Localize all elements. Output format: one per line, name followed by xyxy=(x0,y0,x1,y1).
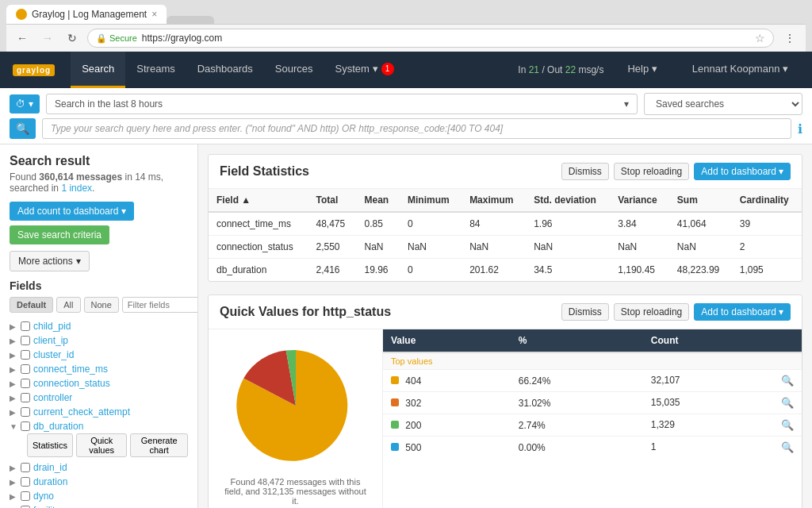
cell-count: 1,329 🔍 xyxy=(643,414,802,437)
field-link[interactable]: cluster_id xyxy=(33,349,74,360)
saved-searches-select[interactable]: Saved searches xyxy=(644,93,802,115)
nav-streams[interactable]: Streams xyxy=(125,52,186,88)
row-search-icon[interactable]: 🔍 xyxy=(781,441,794,453)
quick-values-btn[interactable]: Quick values xyxy=(76,433,127,457)
field-item-connection-status[interactable]: ▶ connection_status xyxy=(10,376,188,391)
field-item-cluster-id[interactable]: ▶ cluster_id xyxy=(10,348,188,362)
stop-reloading-button[interactable]: Stop reloading xyxy=(614,163,689,180)
search-range-input[interactable]: Search in the last 8 hours ▾ xyxy=(46,94,638,114)
field-link[interactable]: drain_id xyxy=(33,462,67,473)
qv-stop-reloading-button[interactable]: Stop reloading xyxy=(614,303,689,321)
qv-table-header: Value % Count xyxy=(383,329,802,352)
statistics-btn[interactable]: Statistics xyxy=(27,433,73,457)
search-execute-button[interactable]: 🔍 xyxy=(10,118,36,139)
widget-header: Field Statistics Dismiss Stop reloading … xyxy=(209,155,802,189)
nav-system[interactable]: System ▾ 1 xyxy=(324,52,405,88)
qv-dismiss-button[interactable]: Dismiss xyxy=(561,303,609,321)
filter-none-btn[interactable]: None xyxy=(84,297,119,313)
field-checkbox[interactable] xyxy=(21,393,30,402)
nav-dashboards[interactable]: Dashboards xyxy=(186,52,264,88)
add-count-button[interactable]: Add count to dashboard ▾ xyxy=(10,202,134,221)
col-total: Total xyxy=(308,189,357,212)
cell-max: 201.62 xyxy=(462,259,526,282)
row-search-icon[interactable]: 🔍 xyxy=(781,397,794,409)
nav-sources[interactable]: Sources xyxy=(264,52,324,88)
cell-value: 200 xyxy=(383,414,511,437)
more-actions-button[interactable]: More actions ▾ xyxy=(10,251,90,271)
content-area: Field Statistics Dismiss Stop reloading … xyxy=(198,144,812,508)
inactive-tab[interactable] xyxy=(167,16,214,24)
field-link[interactable]: duration xyxy=(33,476,67,487)
field-item-dyno[interactable]: ▶ dyno xyxy=(10,489,188,503)
field-item-controller[interactable]: ▶ controller xyxy=(10,391,188,405)
field-item-db-duration[interactable]: ▼ db_duration xyxy=(10,419,188,433)
filter-fields-input[interactable] xyxy=(122,297,198,313)
field-link[interactable]: child_pid xyxy=(33,321,71,332)
cell-cardinality: 39 xyxy=(732,212,802,236)
field-checkbox[interactable] xyxy=(21,321,30,331)
field-link[interactable]: current_check_attempt xyxy=(33,406,130,418)
cell-percent: 2.74% xyxy=(511,414,643,437)
cell-sum: 48,223.99 xyxy=(669,259,732,282)
index-link[interactable]: 1 index xyxy=(61,183,92,194)
throughput-display: In 21 / Out 22 msg/s xyxy=(518,64,603,75)
search-info-icon[interactable]: ℹ xyxy=(798,121,802,137)
field-checkbox[interactable] xyxy=(21,364,30,374)
browser-tabs: Graylog | Log Management × xyxy=(6,5,806,24)
value-color-dot xyxy=(391,421,399,429)
field-item-connect-time-ms[interactable]: ▶ connect_time_ms xyxy=(10,362,188,376)
field-item-drain-id[interactable]: ▶ drain_id xyxy=(10,460,188,475)
field-link[interactable]: client_ip xyxy=(33,335,68,346)
row-search-icon[interactable]: 🔍 xyxy=(781,419,794,431)
forward-button[interactable]: → xyxy=(38,30,57,46)
field-item-facility[interactable]: ▶ facility xyxy=(10,503,188,508)
nav-user[interactable]: Lennart Koopmann ▾ xyxy=(681,63,799,77)
field-link[interactable]: connect_time_ms xyxy=(33,364,108,375)
field-checkbox[interactable] xyxy=(21,350,30,360)
qv-add-to-dashboard-button[interactable]: Add to dashboard ▾ xyxy=(694,303,791,321)
reload-button[interactable]: ↻ xyxy=(63,30,81,46)
nav-search[interactable]: Search xyxy=(71,52,125,88)
search-query-input[interactable]: Type your search query here and press en… xyxy=(42,118,791,139)
cell-value: 302 xyxy=(383,392,511,414)
cell-field: connection_status xyxy=(209,236,308,259)
field-checkbox[interactable] xyxy=(21,463,30,472)
address-bar[interactable]: 🔒 Secure https://graylog.com ☆ xyxy=(87,29,774,48)
col-minimum: Minimum xyxy=(400,189,462,212)
value-color-dot xyxy=(391,398,399,406)
field-checkbox[interactable] xyxy=(21,491,30,501)
field-checkbox[interactable] xyxy=(21,421,30,431)
generate-chart-btn[interactable]: Generate chart xyxy=(130,433,188,457)
row-search-icon[interactable]: 🔍 xyxy=(781,375,794,387)
field-checkbox[interactable] xyxy=(21,336,30,345)
tab-close-btn[interactable]: × xyxy=(151,9,157,20)
cell-total: 48,475 xyxy=(308,212,357,236)
back-button[interactable]: ← xyxy=(13,30,32,46)
filter-default-btn[interactable]: Default xyxy=(10,297,53,313)
field-link[interactable]: connection_status xyxy=(33,378,110,389)
field-checkbox[interactable] xyxy=(21,379,30,388)
save-search-criteria-button[interactable]: Save search criteria xyxy=(10,225,109,244)
field-link[interactable]: facility xyxy=(33,505,59,508)
col-maximum: Maximum xyxy=(462,189,526,212)
field-item-duration[interactable]: ▶ duration xyxy=(10,475,188,489)
field-item-current-check-attempt[interactable]: ▶ current_check_attempt xyxy=(10,405,188,419)
field-item-child-pid[interactable]: ▶ child_pid xyxy=(10,319,188,333)
active-tab[interactable]: Graylog | Log Management × xyxy=(6,5,167,24)
search-type-button[interactable]: ⏱ ▾ xyxy=(10,94,40,114)
dismiss-button[interactable]: Dismiss xyxy=(561,163,609,180)
filter-all-btn[interactable]: All xyxy=(56,297,80,313)
nav-help[interactable]: Help ▾ xyxy=(616,63,668,77)
saved-searches-dropdown[interactable]: Saved searches xyxy=(644,93,802,115)
field-item-client-ip[interactable]: ▶ client_ip xyxy=(10,333,188,348)
field-checkbox[interactable] xyxy=(21,407,30,417)
field-link[interactable]: db_duration xyxy=(33,421,83,432)
field-checkbox[interactable] xyxy=(21,477,30,487)
field-link[interactable]: controller xyxy=(33,392,72,403)
col-field: Field ▲ xyxy=(209,189,308,212)
add-to-dashboard-button[interactable]: Add to dashboard ▾ xyxy=(694,163,791,180)
browser-menu-button[interactable]: ⋮ xyxy=(780,30,799,46)
field-link[interactable]: dyno xyxy=(33,491,54,502)
fields-filter-row: Default All None xyxy=(10,297,188,313)
bookmark-icon[interactable]: ☆ xyxy=(755,32,765,44)
